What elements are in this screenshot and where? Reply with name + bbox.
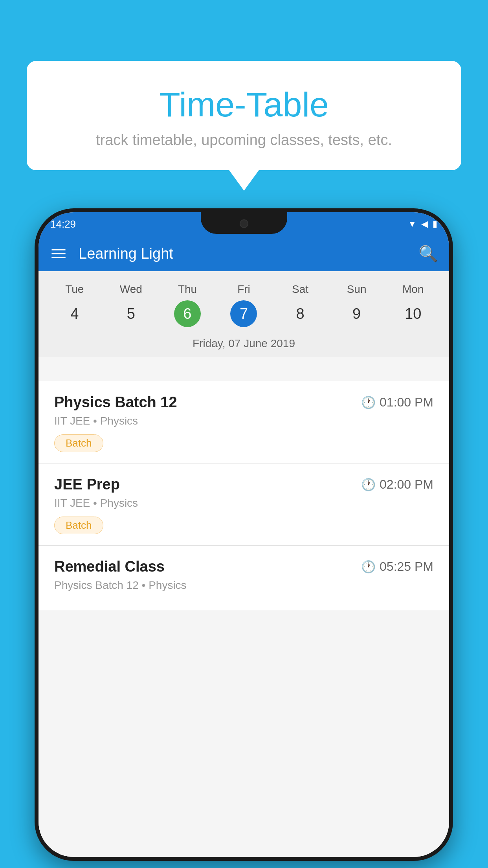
clock-icon-3: 🕐 <box>361 560 376 574</box>
status-icons: ▼ ◀ ▮ <box>408 219 437 229</box>
calendar-days-row: Tue 4 Wed 5 Thu 6 Fri <box>39 279 449 331</box>
schedule-item-2-header: JEE Prep 🕐 02:00 PM <box>54 476 433 493</box>
schedule-item-3[interactable]: Remedial Class 🕐 05:25 PM Physics Batch … <box>39 546 449 610</box>
schedule-list: Physics Batch 12 🕐 01:00 PM IIT JEE • Ph… <box>39 381 449 857</box>
schedule-item-2-title: JEE Prep <box>54 476 120 493</box>
hamburger-icon[interactable] <box>50 247 68 260</box>
calendar-day-tue[interactable]: Tue 4 <box>51 283 98 327</box>
status-time: 14:29 <box>50 218 76 230</box>
notch <box>201 212 287 234</box>
signal-icon: ◀ <box>421 219 428 229</box>
schedule-item-2-sub: IIT JEE • Physics <box>54 497 433 509</box>
app-title: Learning Light <box>79 245 418 262</box>
schedule-item-2-time: 🕐 02:00 PM <box>361 477 433 492</box>
schedule-item-1[interactable]: Physics Batch 12 🕐 01:00 PM IIT JEE • Ph… <box>39 381 449 463</box>
calendar-day-fri[interactable]: Fri 7 <box>220 283 267 327</box>
calendar-day-wed[interactable]: Wed 5 <box>107 283 154 327</box>
background: Time-Table track timetable, upcoming cla… <box>0 0 488 868</box>
calendar-day-sat[interactable]: Sat 8 <box>277 283 324 327</box>
calendar-day-sun[interactable]: Sun 9 <box>333 283 380 327</box>
calendar-day-thu[interactable]: Thu 6 <box>164 283 211 327</box>
calendar-day-mon[interactable]: Mon 10 <box>389 283 437 327</box>
camera-icon <box>240 219 248 228</box>
schedule-item-3-sub: Physics Batch 12 • Physics <box>54 579 433 592</box>
speech-bubble-subtitle: track timetable, upcoming classes, tests… <box>46 132 442 149</box>
speech-bubble-title: Time-Table <box>46 85 442 125</box>
phone-screen: 14:29 ▼ ◀ ▮ Learning Light 🔍 <box>39 212 449 857</box>
calendar-date-label: Friday, 07 June 2019 <box>39 331 449 357</box>
phone: 14:29 ▼ ◀ ▮ Learning Light 🔍 <box>35 208 453 861</box>
clock-icon-2: 🕐 <box>361 478 376 491</box>
speech-bubble: Time-Table track timetable, upcoming cla… <box>27 61 461 170</box>
search-icon[interactable]: 🔍 <box>418 245 438 263</box>
schedule-item-3-title: Remedial Class <box>54 558 165 575</box>
calendar: Tue 4 Wed 5 Thu 6 Fri <box>39 271 449 357</box>
schedule-item-1-time: 🕐 01:00 PM <box>361 395 433 410</box>
schedule-item-1-badge: Batch <box>54 434 103 452</box>
schedule-item-3-time: 🕐 05:25 PM <box>361 559 433 574</box>
schedule-item-2-badge: Batch <box>54 517 103 534</box>
schedule-item-1-title: Physics Batch 12 <box>54 394 177 411</box>
clock-icon-1: 🕐 <box>361 395 376 409</box>
battery-icon: ▮ <box>433 219 437 229</box>
schedule-item-1-header: Physics Batch 12 🕐 01:00 PM <box>54 394 433 411</box>
schedule-item-2[interactable]: JEE Prep 🕐 02:00 PM IIT JEE • Physics Ba… <box>39 463 449 546</box>
schedule-item-1-sub: IIT JEE • Physics <box>54 415 433 427</box>
wifi-icon: ▼ <box>408 219 416 229</box>
schedule-item-3-header: Remedial Class 🕐 05:25 PM <box>54 558 433 575</box>
app-bar: Learning Light 🔍 <box>39 236 449 271</box>
